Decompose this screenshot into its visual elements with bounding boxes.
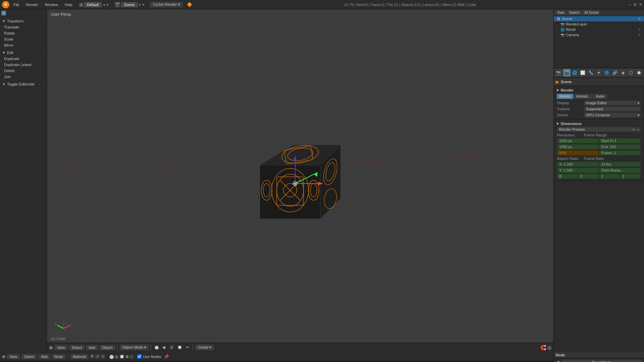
outliner-toolbar: View Search All Scene xyxy=(554,9,644,16)
render-presets-row: Render Presets + – xyxy=(556,126,642,132)
duplicate-linked-btn[interactable]: Duplicate Linked xyxy=(1,62,45,68)
svg-line-35 xyxy=(57,325,64,328)
toggle-editmode-header[interactable]: ▼ Toggle Editmode ⋮⋮ xyxy=(1,81,45,87)
scene-tab[interactable]: Scene xyxy=(121,2,138,7)
node-view-btn[interactable]: View xyxy=(7,354,20,359)
mode-dropdown[interactable]: Object Mode ▾ xyxy=(120,345,149,350)
render-section-header[interactable]: ▼ Render ⋮⋮ xyxy=(556,87,642,93)
props-data-icon[interactable]: ◈ xyxy=(619,69,627,76)
outliner-item-scene[interactable]: 🔮 Scene 👁 xyxy=(554,16,644,21)
use-nodes-checkbox[interactable] xyxy=(137,354,142,359)
global-dropdown[interactable]: Global ▾ xyxy=(195,345,214,350)
snap-btn[interactable]: 🧲 xyxy=(540,345,546,350)
transform-section-header[interactable]: ▼ Transform ⋮⋮ xyxy=(1,18,45,24)
render-tab-audio[interactable]: Audio xyxy=(593,94,607,99)
mirror-btn[interactable]: Mirror xyxy=(1,42,45,48)
viewport-mode-icon[interactable]: ⊕ xyxy=(49,345,53,350)
close-btn[interactable]: ✕ xyxy=(639,2,642,7)
node-select-btn[interactable]: Select xyxy=(21,354,37,359)
aspect-row: Aspect Ratio: Frame Rate: xyxy=(556,156,642,161)
node-editor: ⊕ View Select Add Node Material F + × ⬤ … xyxy=(0,352,553,362)
menu-render[interactable]: Render xyxy=(23,2,41,7)
outliner-view-btn[interactable]: View xyxy=(555,10,567,15)
presets-remove-btn[interactable]: – xyxy=(636,127,641,132)
join-btn[interactable]: Join xyxy=(1,74,45,80)
props-texture-icon[interactable]: ⬢ xyxy=(635,69,643,76)
node-editor-icon[interactable]: ⊕ xyxy=(2,354,5,359)
render-tab-render[interactable]: Render xyxy=(557,94,573,99)
delete-material-btn[interactable]: × xyxy=(101,354,105,359)
viewport-shading-icon-2[interactable]: ◉ xyxy=(161,345,167,350)
presets-add-btn[interactable]: + xyxy=(632,127,636,132)
feature-row: Feature Supported xyxy=(556,106,642,112)
view-menu-btn[interactable]: View xyxy=(54,345,68,350)
props-physics-icon[interactable]: 🔵 xyxy=(603,69,610,76)
separator-3 xyxy=(193,345,193,351)
renderlayer-icon: 📷 xyxy=(560,22,565,26)
menu-window[interactable]: Window xyxy=(42,2,61,7)
draw-mode-btn[interactable]: ✏ xyxy=(185,345,191,350)
props-particles-icon[interactable]: ✦ xyxy=(595,69,603,76)
device-options-btn[interactable]: ▾ xyxy=(636,113,641,117)
close-scene-btn[interactable]: × xyxy=(142,2,145,7)
viewport-shading-btn[interactable]: 🔲 xyxy=(176,345,183,350)
props-material-icon[interactable]: ⬡ xyxy=(627,69,635,76)
props-constraints-icon[interactable]: 🔗 xyxy=(611,69,619,76)
object-menu-btn[interactable]: Object xyxy=(99,345,115,350)
outliner-item-world[interactable]: 🌐 World 👁 xyxy=(554,27,644,32)
reset-node-icon[interactable]: ↺ xyxy=(556,360,560,362)
separator-1 xyxy=(117,345,118,351)
add-menu-btn[interactable]: Add xyxy=(86,345,98,350)
add-scene-btn[interactable]: + xyxy=(139,2,141,7)
outliner-allscene-btn[interactable]: All Scene xyxy=(582,10,600,15)
close-workspace-btn[interactable]: × xyxy=(106,2,109,7)
material-label-display: Material xyxy=(70,354,89,359)
node-add-btn[interactable]: Add xyxy=(38,354,50,359)
svg-line-33 xyxy=(64,325,70,328)
edit-section-header[interactable]: ▼ Edit ⋮⋮ xyxy=(1,50,45,56)
renderer-dropdown[interactable]: Cycles Render ▾ xyxy=(150,2,182,7)
rotate-btn[interactable]: Rotate xyxy=(1,30,45,36)
material-list-btn[interactable]: F xyxy=(90,354,95,359)
maximize-btn[interactable]: ⧉ xyxy=(634,2,636,7)
workspace-tab-default[interactable]: Default xyxy=(84,2,102,7)
aspect-y-row: Y: 1.000 Time Rema... xyxy=(556,167,642,173)
node-node-btn[interactable]: Node xyxy=(52,354,66,359)
node-pin-btn[interactable]: 📌 xyxy=(164,354,169,359)
props-world-icon[interactable]: 🌐 xyxy=(571,69,579,76)
blender-logo: B xyxy=(2,1,9,8)
duplicate-btn[interactable]: Duplicate xyxy=(1,56,45,62)
outliner-item-renderlayer[interactable]: 📷 RenderLayer xyxy=(554,21,644,27)
add-workspace-btn[interactable]: + xyxy=(103,2,105,7)
proportional-edit-btn[interactable]: ◎ xyxy=(547,345,551,350)
menu-help[interactable]: Help xyxy=(62,2,75,7)
props-object-icon[interactable]: ⬜ xyxy=(579,69,587,76)
menu-file[interactable]: File xyxy=(11,2,22,7)
minimize-btn[interactable]: ─ xyxy=(628,3,631,7)
props-render-icon[interactable]: 📷 xyxy=(555,69,562,76)
props-modifier-icon[interactable]: 🔧 xyxy=(587,69,595,76)
select-menu-btn[interactable]: Select xyxy=(69,345,85,350)
3d-viewport[interactable]: User Persp X Y Z (1) Cube ⊕ View Select … xyxy=(47,9,553,352)
side-icon-1[interactable]: ⊕ xyxy=(1,11,6,15)
reset-node-btn[interactable]: Reset Node xyxy=(561,360,642,362)
world-visibility[interactable]: 👁 xyxy=(638,28,641,32)
device-row: Device GPU Compute ▾ xyxy=(556,112,642,118)
delete-btn[interactable]: Delete xyxy=(1,68,45,74)
render-tab-anim[interactable]: Animati... xyxy=(574,94,593,99)
dimensions-section-header[interactable]: ▼ Dimensions ⋮⋮ xyxy=(556,121,642,126)
new-material-btn[interactable]: + xyxy=(95,354,100,359)
visibility-icon[interactable]: 👁 xyxy=(638,17,641,21)
display-options-btn[interactable]: ▾ xyxy=(636,101,641,105)
translate-btn[interactable]: Translate xyxy=(1,24,45,30)
viewport-shading-icon-1[interactable]: ⬤ xyxy=(153,345,160,350)
camera-visibility[interactable]: 👁 xyxy=(638,33,641,37)
viewport-overlay-btn[interactable]: ☰ xyxy=(169,345,175,350)
viewport-toolbar: ⊕ View Select Add Object Object Mode ▾ ⬤… xyxy=(47,343,553,352)
world-icon: 🌐 xyxy=(560,28,565,32)
outliner-item-camera[interactable]: 📸 Camera 👁 xyxy=(554,32,644,38)
outliner-search-btn[interactable]: Search xyxy=(567,10,582,15)
props-scene-icon[interactable]: 🎬 xyxy=(563,69,571,76)
scale-btn[interactable]: Scale xyxy=(1,36,45,42)
props-toolbar: 📷 🎬 🌐 ⬜ 🔧 ✦ 🔵 🔗 ◈ ⬡ ⬢ xyxy=(554,68,644,78)
